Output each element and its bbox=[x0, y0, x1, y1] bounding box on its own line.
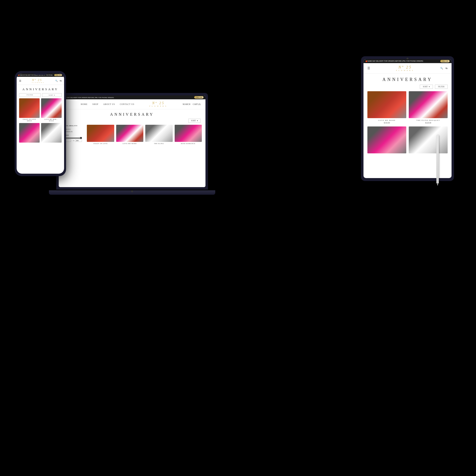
phone-product-card-3[interactable] bbox=[19, 123, 40, 143]
phone-sort-arrow: ▾ bbox=[54, 94, 55, 96]
tablet-product-card-2[interactable]: THE ELINA BOUQUET $120.00 bbox=[409, 91, 448, 124]
tablet-banner-text: 🍎SAME DAY DELIVERY FOR ORDERS BEFORE 2PM… bbox=[365, 60, 424, 62]
tablet-page-title: ANNIVERSARY bbox=[363, 74, 452, 85]
laptop-cart-action[interactable]: CART (0) bbox=[193, 103, 201, 105]
phone-product-img-1 bbox=[19, 98, 40, 118]
tablet-sort-arrow: ▾ bbox=[429, 85, 430, 88]
tablet-product-name-2: THE ELINA BOUQUET bbox=[409, 119, 448, 121]
laptop-product-name-3: THE ELINA bbox=[145, 143, 173, 144]
laptop-banner-text: 🍎SAME DAY DELIVERY FOR ORDERS BEFORE 2PM… bbox=[61, 97, 114, 98]
tablet-product-img-4 bbox=[409, 126, 448, 153]
phone-notch bbox=[33, 71, 48, 75]
tablet-product-price-2: $120.00 bbox=[409, 122, 448, 124]
laptop-sort-arrow: ▾ bbox=[197, 119, 198, 122]
phone-sort-button[interactable]: SORT ▾ bbox=[42, 93, 62, 97]
phone-header-icons: 🔍 🛍 bbox=[55, 80, 62, 82]
tablet-sort-button[interactable]: SORT ▾ bbox=[420, 85, 433, 89]
laptop-product-card-4[interactable]: ROSE ROMANCE bbox=[175, 125, 202, 144]
tablet-banner-call-button[interactable]: CALL US bbox=[440, 60, 450, 62]
tablet-product-card-3[interactable] bbox=[367, 126, 406, 154]
laptop-nav-home[interactable]: HOME bbox=[81, 103, 87, 105]
tablet-cart-icon[interactable]: 🛍 bbox=[445, 67, 448, 69]
phone-product-card-1[interactable]: CRAZY IN LOVE $200.00 bbox=[19, 98, 40, 121]
laptop-product-name-4: ROSE ROMANCE bbox=[175, 143, 202, 144]
phone-device: 🍎SAME DAY DELIVERY FOR ORDERS BEFORE 2P.… bbox=[15, 71, 66, 176]
phone-logo-flowers: FLOWERS bbox=[32, 82, 45, 83]
tablet-header: ☰ Nº 25 FLOWERS 🔍 🛍 bbox=[363, 63, 452, 74]
phone-cart-icon[interactable]: 🛍 bbox=[60, 80, 62, 82]
tablet-product-img-3 bbox=[367, 126, 406, 153]
phone-product-card-4[interactable] bbox=[41, 123, 62, 143]
laptop-banner-call-button[interactable]: CALL US bbox=[194, 96, 204, 99]
tablet-banner: 🍎SAME DAY DELIVERY FOR ORDERS BEFORE 2PM… bbox=[363, 59, 452, 63]
laptop-device: 🍎SAME DAY DELIVERY FOR ORDERS BEFORE 2PM… bbox=[56, 93, 208, 198]
phone-product-card-2[interactable]: LOVE ME MOR... $150.00 bbox=[41, 98, 62, 121]
laptop-product-img-3 bbox=[145, 125, 173, 142]
laptop-nav: HOME SHOP ABOUT US CONTACT US bbox=[81, 103, 134, 105]
tablet-product-name-1: LOVE ME MORE bbox=[367, 119, 406, 121]
tablet-product-card-1[interactable]: LOVE ME MORE $150.00 bbox=[367, 91, 406, 124]
tablet-device: 🍎SAME DAY DELIVERY FOR ORDERS BEFORE 2PM… bbox=[361, 56, 454, 181]
laptop-banner: 🍎SAME DAY DELIVERY FOR ORDERS BEFORE 2PM… bbox=[59, 95, 205, 99]
laptop-hinge-notch bbox=[131, 190, 133, 192]
laptop-logo-flowers: FLOWERS bbox=[149, 105, 168, 107]
laptop-product-name-2: LOVE ME MORE bbox=[116, 143, 144, 144]
laptop-logo: Nº 25 FLOWERS bbox=[149, 101, 168, 107]
phone-screen: 🍎SAME DAY DELIVERY FOR ORDERS BEFORE 2P.… bbox=[17, 73, 64, 174]
laptop-header: ☰ HOME SHOP ABOUT US CONTACT US Nº 25 FL… bbox=[59, 99, 205, 109]
tablet-body: 🍎SAME DAY DELIVERY FOR ORDERS BEFORE 2PM… bbox=[361, 56, 454, 181]
tablet-logo-flowers: FLOWERS bbox=[370, 69, 440, 71]
phone-menu-icon[interactable]: ☰ bbox=[19, 80, 21, 82]
laptop-search-action[interactable]: SEARCH bbox=[183, 103, 190, 105]
laptop-product-img-1 bbox=[87, 125, 114, 142]
tablet-filter-button[interactable]: FILTER bbox=[435, 85, 448, 89]
tablet-product-img-1 bbox=[367, 91, 406, 118]
phone-product-img-2 bbox=[41, 98, 62, 118]
tablet-product-card-4[interactable] bbox=[409, 126, 448, 154]
tablet-sort-label: SORT bbox=[423, 85, 428, 88]
phone-filter-bar: FILTER SORT ▾ bbox=[17, 93, 64, 98]
laptop-price-currency-max: $ bbox=[73, 140, 74, 141]
laptop-products-grid: CRAZY IN LOVE LOVE ME MORE THE ELINA ROS… bbox=[87, 125, 202, 144]
laptop-content: AVAILABILITY In stock (21) Out of stock … bbox=[59, 125, 205, 144]
phone-search-icon[interactable]: 🔍 bbox=[55, 80, 58, 82]
phone-logo-n25: Nº 25 bbox=[32, 78, 45, 82]
tablet-menu-icon[interactable]: ☰ bbox=[367, 67, 370, 70]
laptop-price-max-input[interactable] bbox=[75, 139, 82, 142]
phone-product-price-2: $150.00 bbox=[41, 120, 62, 121]
laptop-product-card-1[interactable]: CRAZY IN LOVE bbox=[87, 125, 114, 144]
phone-sort-label: SORT bbox=[49, 94, 53, 96]
laptop-body: 🍎SAME DAY DELIVERY FOR ORDERS BEFORE 2PM… bbox=[56, 93, 208, 189]
laptop-slider-thumb[interactable] bbox=[80, 137, 82, 139]
laptop-sort-label: SORT bbox=[191, 119, 196, 122]
stylus bbox=[436, 135, 439, 184]
laptop-product-card-3[interactable]: THE ELINA bbox=[145, 125, 173, 144]
laptop-nav-about[interactable]: ABOUT US bbox=[103, 103, 115, 105]
laptop-nav-contact[interactable]: CONTACT US bbox=[120, 103, 134, 105]
laptop-screen: 🍎SAME DAY DELIVERY FOR ORDERS BEFORE 2PM… bbox=[59, 95, 205, 187]
phone-filter-button[interactable]: FILTER bbox=[19, 93, 41, 97]
laptop-price-separator: - bbox=[72, 140, 72, 141]
laptop-sort-bar: SORT ▾ bbox=[59, 119, 205, 125]
phone-product-img-4 bbox=[41, 123, 62, 143]
tablet-sort-bar: SORT ▾ FILTER bbox=[363, 85, 452, 91]
tablet-logo: Nº 25 FLOWERS bbox=[370, 65, 440, 71]
phone-logo: Nº 25 FLOWERS bbox=[32, 78, 45, 83]
laptop-product-name-1: CRAZY IN LOVE bbox=[87, 143, 114, 144]
tablet-product-img-2 bbox=[409, 91, 448, 118]
phone-page-title: ANNIVERSARY bbox=[17, 85, 64, 93]
tablet-product-price-1: $150.00 bbox=[367, 122, 406, 124]
phone-product-img-3 bbox=[19, 123, 40, 143]
phone-product-price-1: $200.00 bbox=[19, 120, 40, 121]
laptop-product-img-2 bbox=[116, 125, 144, 142]
laptop-logo-n25: Nº 25 bbox=[149, 101, 168, 105]
laptop-header-actions: SEARCH CART (0) bbox=[183, 103, 201, 105]
laptop-base bbox=[49, 190, 215, 195]
laptop-nav-shop[interactable]: SHOP bbox=[92, 103, 98, 105]
tablet-search-icon[interactable]: 🔍 bbox=[440, 67, 443, 69]
laptop-product-card-2[interactable]: LOVE ME MORE bbox=[116, 125, 144, 144]
phone-banner-call-button[interactable]: CALL US bbox=[54, 74, 62, 76]
laptop-product-img-4 bbox=[175, 125, 202, 142]
laptop-sort-button[interactable]: SORT ▾ bbox=[188, 119, 201, 123]
tablet-header-icons: 🔍 🛍 bbox=[440, 67, 448, 69]
